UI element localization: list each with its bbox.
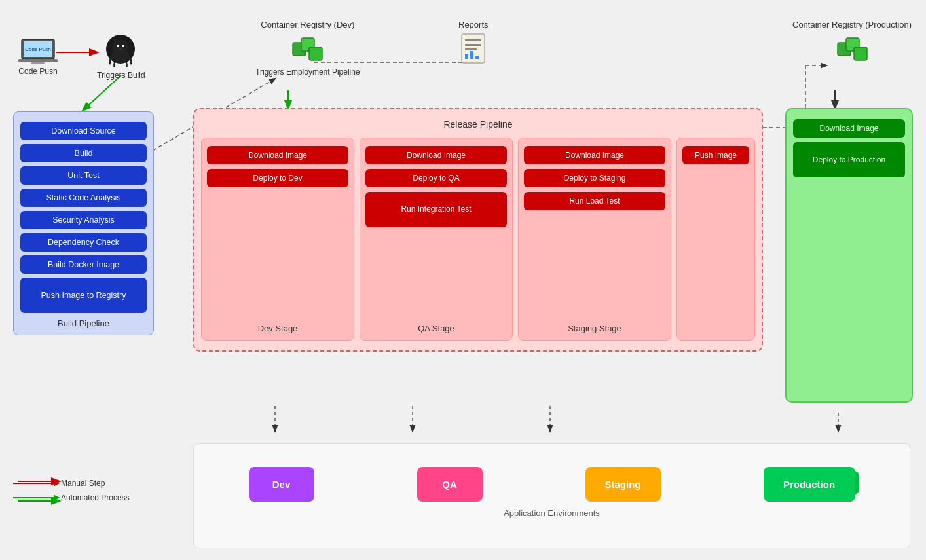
registry-prod-icon: [834, 33, 870, 65]
release-pipeline: Release Pipeline Download Image Deploy t…: [193, 108, 763, 352]
svg-rect-39: [465, 54, 468, 59]
triggers-build-label: Triggers Build: [97, 71, 145, 80]
qa-stage: Download Image Deploy to QA Run Integrat…: [360, 138, 513, 341]
app-envs-title: Application Environments: [204, 508, 900, 518]
svg-rect-44: [854, 47, 867, 60]
deploy-to-production-btn[interactable]: Deploy to Production: [793, 142, 905, 177]
github-icon: [103, 31, 139, 67]
svg-rect-23: [31, 62, 45, 64]
automated-process-label: Automated Process: [61, 493, 130, 502]
legend: ▶ Manual Step ▶ Automated Process: [13, 479, 130, 508]
dev-env: Dev: [249, 467, 314, 502]
app-environments: Dev QA Staging Production Application En…: [193, 443, 910, 548]
download-source-btn[interactable]: Download Source: [20, 122, 147, 140]
registry-dev-icon: [289, 33, 325, 65]
security-analysis-btn[interactable]: Security Analysis: [20, 211, 147, 229]
push-image-to-registry-btn[interactable]: Push Image to Registry: [20, 278, 147, 313]
reports-label: Reports: [458, 20, 489, 29]
production-pipeline: Download Image Deploy to Production: [785, 108, 913, 403]
reports-group: Reports: [458, 20, 489, 69]
code-push-label: Code Push: [18, 67, 58, 76]
svg-point-28: [117, 45, 119, 47]
dev-stage-label: Dev Stage: [202, 324, 354, 333]
container-registry-prod-label: Container Registry (Production): [792, 20, 912, 29]
env-row: Dev QA Staging Production: [204, 457, 900, 502]
manual-step-legend: ▶ Manual Step: [13, 479, 130, 488]
release-pipeline-title: Release Pipeline: [201, 119, 755, 130]
dev-download-image-btn[interactable]: Download Image: [207, 146, 348, 164]
run-load-test-btn[interactable]: Run Load Test: [524, 192, 665, 210]
qa-stage-label: QA Stage: [360, 324, 512, 333]
deploy-to-staging-btn[interactable]: Deploy to Staging: [524, 169, 665, 187]
build-pipeline-title: Build Pipeline: [20, 318, 147, 328]
manual-step-label: Manual Step: [61, 479, 105, 488]
static-code-analysis-btn[interactable]: Static Code Analysis: [20, 189, 147, 207]
svg-rect-40: [470, 51, 473, 59]
svg-rect-34: [309, 47, 322, 60]
run-integration-test-btn[interactable]: Run Integration Test: [365, 192, 507, 227]
diagram-container: Code Push Code Push: [0, 0, 926, 560]
svg-point-31: [111, 50, 130, 63]
deploy-to-dev-btn[interactable]: Deploy to Dev: [207, 169, 348, 187]
container-registry-dev-label: Container Registry (Dev): [255, 20, 360, 29]
automated-process-legend: ▶ Automated Process: [13, 493, 130, 502]
production-env: Production: [764, 467, 855, 502]
push-stage: Push Image: [676, 138, 755, 341]
staging-download-image-btn[interactable]: Download Image: [524, 146, 665, 164]
svg-rect-38: [465, 48, 477, 50]
laptop-icon: Code Push: [18, 36, 58, 64]
svg-text:Code Push: Code Push: [25, 47, 51, 52]
push-image-btn[interactable]: Push Image: [682, 146, 749, 164]
staging-stage-label: Staging Stage: [519, 324, 671, 333]
reports-icon: [458, 33, 488, 67]
stages-row: Download Image Deploy to Dev Dev Stage D…: [201, 138, 755, 341]
github-icon-group: Triggers Build: [97, 31, 145, 80]
container-registry-dev-group: Container Registry (Dev) Triggers Employ…: [255, 20, 360, 77]
build-pipeline: Download Source Build Unit Test Static C…: [13, 111, 154, 335]
dependency-check-btn[interactable]: Dependency Check: [20, 233, 147, 252]
svg-rect-36: [465, 39, 481, 41]
qa-download-image-btn[interactable]: Download Image: [365, 146, 507, 164]
build-docker-image-btn[interactable]: Build Docker Image: [20, 255, 147, 274]
build-btn[interactable]: Build: [20, 144, 147, 162]
svg-rect-41: [475, 56, 479, 59]
production-env-stack: Production: [764, 467, 855, 502]
svg-rect-22: [18, 59, 58, 62]
unit-test-btn[interactable]: Unit Test: [20, 166, 147, 185]
triggers-employment-label: Triggers Employment Pipeline: [255, 67, 360, 77]
dev-stage: Download Image Deploy to Dev Dev Stage: [201, 138, 354, 341]
staging-env: Staging: [585, 467, 661, 502]
deploy-to-qa-btn[interactable]: Deploy to QA: [365, 169, 507, 187]
svg-line-1: [83, 75, 121, 110]
staging-stage: Download Image Deploy to Staging Run Loa…: [518, 138, 671, 341]
svg-rect-37: [465, 44, 481, 46]
container-registry-prod-group: Container Registry (Production): [792, 20, 912, 65]
qa-env: QA: [417, 467, 483, 502]
svg-point-29: [122, 45, 124, 47]
code-push-icon-group: Code Push Code Push: [18, 36, 58, 76]
prod-download-image-btn[interactable]: Download Image: [793, 119, 905, 138]
